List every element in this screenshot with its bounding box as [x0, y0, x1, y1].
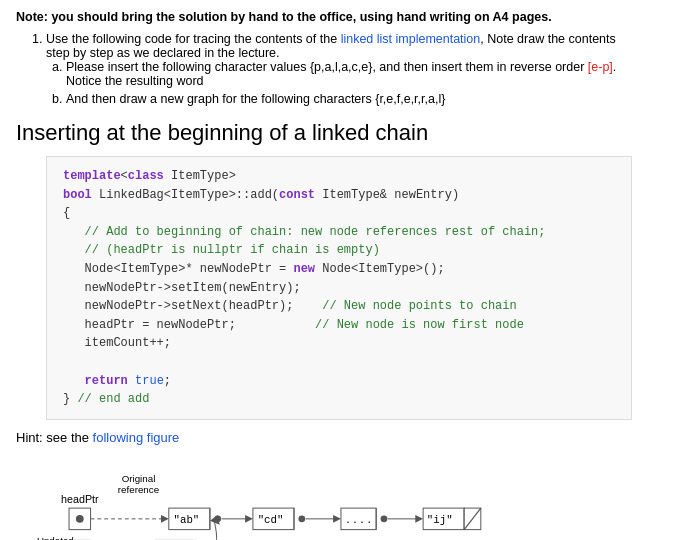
- headptr-dot: [76, 515, 84, 523]
- node-cd-dot: [298, 515, 305, 522]
- instructions-section: Use the following code for tracing the c…: [36, 32, 662, 106]
- node-cd: [253, 508, 294, 530]
- section-heading: Inserting at the beginning of a linked c…: [16, 120, 662, 146]
- code-true: true: [135, 374, 164, 388]
- headptr-box: [69, 508, 91, 530]
- node-ab: [169, 508, 210, 530]
- code-kw-return: return: [85, 374, 128, 388]
- node-cd-text: "cd": [258, 514, 284, 526]
- sub-instruction-b: And then draw a new graph for the follow…: [66, 92, 662, 106]
- node-ij-slash: [464, 508, 481, 530]
- node-ij-slash-box: [464, 508, 481, 530]
- nn-to-ab-head: [210, 515, 220, 525]
- node-dots-text: . . . .: [346, 511, 371, 526]
- diagram-svg: headPtr Original reference "ab" "cd" . .…: [26, 453, 652, 540]
- note-text: Note: you should bring the solution by h…: [16, 10, 662, 24]
- code-kw-class: class: [128, 169, 164, 183]
- node-ij-text: "ij": [427, 514, 453, 526]
- arrow-cd-dots-head: [333, 515, 341, 523]
- code-kw-template: template: [63, 169, 121, 183]
- code-comment-2: // (headPtr is nullptr if chain is empty…: [85, 243, 380, 257]
- arrow-ab-cd-head: [245, 515, 253, 523]
- node-dots-dot: [381, 515, 388, 522]
- node-ab-dot: [214, 515, 221, 522]
- red-bracket: [e-p]: [588, 60, 613, 74]
- node-ij: [423, 508, 464, 530]
- node-ij-slash2: [464, 508, 481, 530]
- headptr-label: headPtr: [61, 493, 99, 505]
- hint-blue: following figure: [93, 430, 180, 445]
- code-comment-4: // New node is now first node: [315, 318, 524, 332]
- orig-ref-label: Original: [122, 472, 156, 483]
- instructions-list: Use the following code for tracing the c…: [46, 32, 662, 106]
- instruction-item-1: Use the following code for tracing the c…: [46, 32, 662, 106]
- notice-text: Notice the resulting word: [66, 74, 204, 88]
- code-kw-bool: bool: [63, 188, 92, 202]
- node-dots: [341, 508, 376, 530]
- code-kw-const: const: [279, 188, 315, 202]
- code-comment-end: // end add: [77, 392, 149, 406]
- updated-ref-label1: Updated: [37, 535, 74, 540]
- arrow-dots-ij-head: [415, 515, 423, 523]
- blue-text-1: linked list implementation: [341, 32, 481, 46]
- sub-instruction-a: Please insert the following character va…: [66, 60, 662, 88]
- code-block: template<class ItemType> bool LinkedBag<…: [46, 156, 632, 420]
- orig-ref-label2: reference: [118, 484, 159, 495]
- hint-text: Hint: see the following figure: [16, 430, 662, 445]
- headptr-arrow-head: [161, 515, 169, 523]
- nn-to-ab-arrow: [208, 519, 217, 540]
- code-comment-1: // Add to beginning of chain: new node r…: [85, 225, 546, 239]
- node-ab-text: "ab": [174, 514, 200, 526]
- diagram: headPtr Original reference "ab" "cd" . .…: [26, 453, 652, 540]
- code-comment-3: // New node points to chain: [322, 299, 516, 313]
- code-kw-new: new: [293, 262, 315, 276]
- sub-instructions-list: Please insert the following character va…: [66, 60, 662, 106]
